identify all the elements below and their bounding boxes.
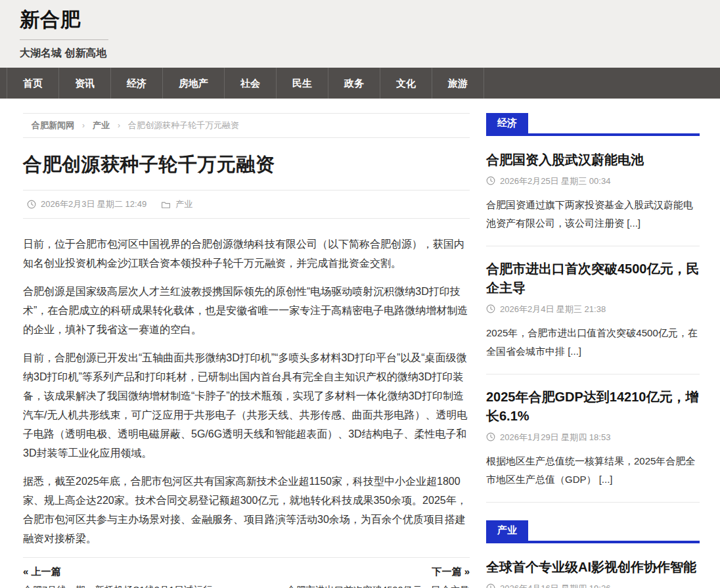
- sidebar-post-date: 2026年2月4日 星期三 21:38: [486, 304, 700, 315]
- clock-icon: [486, 432, 495, 443]
- breadcrumb-home-link[interactable]: 合肥新闻网: [32, 120, 74, 131]
- sidebar-post-date-text: 2026年2月25日 星期三 00:34: [500, 175, 610, 187]
- section-header: 产业: [486, 520, 700, 543]
- sidebar-section-industry: 产业 全球首个专业级AI影视创作协作智能 2026年4月16日 星期四 19:2…: [486, 520, 700, 588]
- sidebar-post-date-text: 2026年2月4日 星期三 21:38: [500, 304, 606, 315]
- post-navigation: « 上一篇 合肥7号线一期、新桥机场S1线2月1日试运行 下一篇 » 合肥市进出…: [23, 557, 470, 588]
- breadcrumb: 合肥新闻网 › 产业 › 合肥创源获种子轮千万元融资: [23, 113, 470, 138]
- sidebar-post-date: 2026年2月25日 星期三 00:34: [486, 175, 700, 187]
- breadcrumb-current: 合肥创源获种子轮千万元融资: [128, 120, 239, 131]
- section-title-tab[interactable]: 产业: [486, 520, 528, 541]
- previous-post: « 上一篇 合肥7号线一期、新桥机场S1线2月1日试运行: [23, 566, 212, 588]
- breadcrumb-separator: ›: [118, 121, 120, 130]
- article-meta: 2026年2月3日 星期二 12:49 产业: [23, 190, 470, 219]
- article-category-link[interactable]: 产业: [175, 198, 192, 210]
- page-content: 合肥新闻网 › 产业 › 合肥创源获种子轮千万元融资 合肥创源获种子轮千万元融资…: [0, 99, 720, 588]
- sidebar-post: 合肥市进出口首次突破4500亿元，民企主导 2026年2月4日 星期三 21:3…: [486, 260, 700, 374]
- previous-post-link[interactable]: 合肥7号线一期、新桥机场S1线2月1日试运行: [23, 584, 212, 588]
- article-body: 日前，位于合肥市包河区中国视界的合肥创源微纳科技有限公司（以下简称合肥创源），获…: [23, 219, 470, 548]
- next-post-label: 下一篇 »: [286, 566, 470, 578]
- article-paragraph: 目前，合肥创源已开发出“五轴曲面共形微纳3D打印机”“多喷头多材料3D打印平台”…: [23, 348, 470, 463]
- article-paragraph: 日前，位于合肥市包河区中国视界的合肥创源微纳科技有限公司（以下简称合肥创源），获…: [23, 235, 470, 273]
- sidebar-post-date: 2026年4月16日 星期四 19:26: [486, 583, 700, 588]
- nav-item-government[interactable]: 政务: [328, 68, 380, 99]
- clock-icon: [486, 176, 495, 187]
- sidebar-post: 2025年合肥GDP达到14210亿元，增长6.1% 2026年1月29日 星期…: [486, 388, 700, 503]
- article-date: 2026年2月3日 星期二 12:49: [41, 198, 146, 210]
- sidebar-post: 全球首个专业级AI影视创作协作智能 2026年4月16日 星期四 19:26 全…: [486, 558, 700, 588]
- section-items: 全球首个专业级AI影视创作协作智能 2026年4月16日 星期四 19:26 全…: [486, 543, 700, 588]
- sidebar: 经济 合肥国资入股武汉蔚能电池 2026年2月25日 星期三 00:34 合肥国…: [486, 113, 700, 588]
- clock-icon: [27, 200, 36, 209]
- nav-item-society[interactable]: 社会: [225, 68, 277, 99]
- clock-icon: [486, 583, 495, 588]
- nav-item-news[interactable]: 资讯: [59, 68, 111, 99]
- next-post: 下一篇 » 合肥市进出口首次突破4500亿元，民企主导: [286, 566, 470, 588]
- folder-icon: [161, 200, 171, 210]
- main-nav: 首页 资讯 经济 房地产 社会 民生 政务 文化 旅游: [0, 68, 720, 99]
- next-post-link[interactable]: 合肥市进出口首次突破4500亿元，民企主导: [286, 584, 470, 588]
- section-items: 合肥国资入股武汉蔚能电池 2026年2月25日 星期三 00:34 合肥国资通过…: [486, 136, 700, 503]
- sidebar-post-excerpt: 根据地区生产总值统一核算结果，2025年合肥全市地区生产总值（GDP） [...…: [486, 452, 700, 489]
- sidebar-post-excerpt: 合肥国资通过旗下两家投资基金入股武汉蔚能电池资产有限公司，该公司注册资 [...…: [486, 196, 700, 233]
- nav-item-economy[interactable]: 经济: [111, 68, 163, 99]
- breadcrumb-separator: ›: [82, 121, 85, 130]
- nav-item-livelihood[interactable]: 民生: [277, 68, 328, 99]
- sidebar-post-date: 2026年1月29日 星期四 18:53: [486, 432, 700, 443]
- sidebar-section-economy: 经济 合肥国资入股武汉蔚能电池 2026年2月25日 星期三 00:34 合肥国…: [486, 113, 700, 503]
- article-title: 合肥创源获种子轮千万元融资: [23, 152, 470, 178]
- section-header: 经济: [486, 113, 700, 136]
- sidebar-post-date-text: 2026年1月29日 星期四 18:53: [500, 432, 610, 443]
- sidebar-post-title[interactable]: 全球首个专业级AI影视创作协作智能: [486, 558, 700, 577]
- article-category-item: 产业: [161, 198, 192, 210]
- sidebar-post-title[interactable]: 合肥市进出口首次突破4500亿元，民企主导: [486, 260, 700, 298]
- nav-item-culture[interactable]: 文化: [380, 68, 432, 99]
- nav-item-travel[interactable]: 旅游: [432, 68, 484, 99]
- sidebar-post: 合肥国资入股武汉蔚能电池 2026年2月25日 星期三 00:34 合肥国资通过…: [486, 150, 700, 246]
- nav-item-home[interactable]: 首页: [7, 68, 59, 99]
- previous-post-label: « 上一篇: [23, 566, 212, 578]
- sidebar-post-excerpt: 2025年，合肥市进出口值首次突破4500亿元，在全国省会城市中排 [...]: [486, 324, 700, 361]
- breadcrumb-category-link[interactable]: 产业: [93, 120, 110, 131]
- clock-icon: [486, 304, 495, 315]
- article-paragraph: 据悉，截至2025年底，合肥市包河区共有国家高新技术企业超1150家，科技型中小…: [23, 472, 470, 548]
- nav-item-realestate[interactable]: 房地产: [163, 68, 225, 99]
- site-title[interactable]: 新合肥: [20, 7, 700, 34]
- sidebar-post-date-text: 2026年4月16日 星期四 19:26: [500, 583, 610, 588]
- site-header: 新合肥 大湖名城 创新高地: [0, 0, 720, 68]
- sidebar-post-title[interactable]: 合肥国资入股武汉蔚能电池: [486, 150, 700, 170]
- site-tagline: 大湖名城 创新高地: [20, 47, 700, 60]
- article-date-item: 2026年2月3日 星期二 12:49: [27, 198, 146, 210]
- sidebar-post-title[interactable]: 2025年合肥GDP达到14210亿元，增长6.1%: [486, 388, 700, 426]
- header-divider: [20, 39, 108, 40]
- article-column: 合肥新闻网 › 产业 › 合肥创源获种子轮千万元融资 合肥创源获种子轮千万元融资…: [23, 113, 470, 588]
- article-paragraph: 合肥创源是国家级高层次人才兰红波教授携国际领先的原创性“电场驱动喷射沉积微纳3D…: [23, 282, 470, 339]
- section-title-tab[interactable]: 经济: [486, 113, 528, 133]
